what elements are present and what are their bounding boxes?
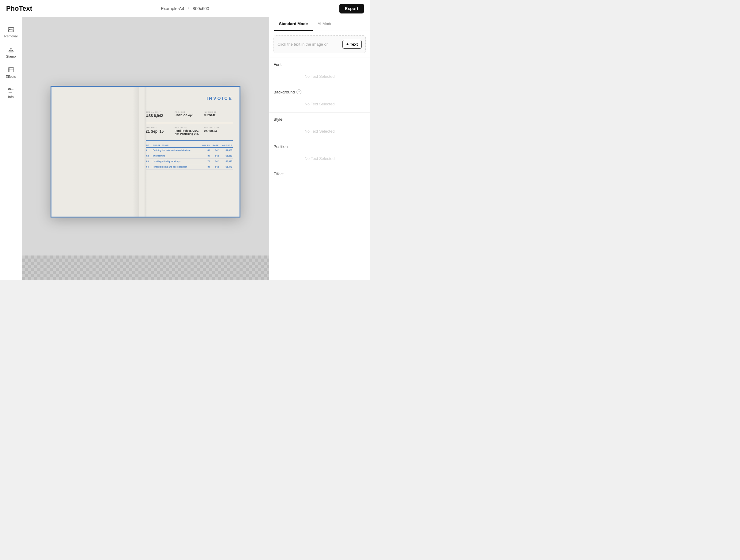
cell-rate: $42 [210,159,219,164]
svg-rect-2 [9,51,13,52]
stamp-icon [8,46,14,53]
style-label: Style [274,117,366,122]
background-empty: No Text Selected [274,97,366,112]
panel-tabs: Standard Mode AI Mode [269,17,370,31]
field-value-5[interactable]: 30 Aug, 15 [204,129,233,132]
field-label-0: DUE AMOUNT [146,111,175,113]
invoice-fields-row2: DUE DATE 21 Sep, 15 BILLED TO Ford Prefe… [146,125,233,136]
page-right: INVOICE DUE AMOUNT US$ 6,942 PROJECT H2G… [139,87,240,216]
cell-amount: $1,260 [219,153,233,159]
cell-no: 02 [146,153,152,159]
plus-icon: + [347,42,349,46]
image-icon [8,26,14,33]
divider-1 [146,123,233,123]
position-empty: No Text Selected [274,152,366,167]
cell-rate: $42 [210,164,219,170]
cell-rate: $42 [210,153,219,159]
field-label-5: BILLING DATE [204,127,233,129]
cell-amount: $2,940 [219,159,233,164]
th-desc: DESCRIPTION [152,143,199,148]
add-text-button[interactable]: + Text [343,40,362,49]
sidebar-label-effects: Effects [6,75,16,78]
effect-label: Effect [274,172,366,176]
cell-desc: Final polishing and asset creation [152,164,199,170]
click-text-area: Click the text in the image or + Text [274,35,366,53]
cell-no: 03 [146,159,152,164]
font-empty: No Text Selected [274,70,366,85]
divider-2 [146,140,233,141]
sidebar-label-stamp: Stamp [6,55,16,58]
cell-hours: 40 [199,148,210,153]
cell-desc: Wireframing [152,153,199,159]
sidebar-item-effects[interactable]: Effects [0,63,22,83]
section-style: Style No Text Selected [269,112,370,140]
sidebar: Removal Stamp Effects [0,17,22,280]
cell-desc: Low+high fidelity mockups [152,159,199,164]
th-no: NO. [146,143,152,148]
logo: PhoText [6,5,32,13]
background-label: Background ? [274,89,366,94]
cell-rate: $42 [210,148,219,153]
sidebar-item-stamp[interactable]: Stamp [0,42,22,63]
font-label: Font [274,62,366,67]
panel-body: Click the text in the image or + Text Fo… [269,31,370,280]
field-label-3: DUE DATE [146,127,175,129]
tab-standard[interactable]: Standard Mode [274,17,313,31]
info-icon [8,87,14,94]
cell-hours: 35 [199,164,210,170]
cell-amount: $1,680 [219,148,233,153]
background-help-icon[interactable]: ? [296,89,301,94]
th-amount: AMOUNT [219,143,233,148]
table-row[interactable]: 04 Final polishing and asset creation 35… [146,164,233,170]
canvas-area[interactable]: INVOICE DUE AMOUNT US$ 6,942 PROJECT H2G… [22,17,269,280]
invoice-table: NO. DESCRIPTION HOURS RATE AMOUNT 01 Def… [146,143,233,170]
sidebar-label-removal: Removal [4,34,17,38]
position-label: Position [274,144,366,149]
section-font: Font No Text Selected [269,58,370,85]
invoice-fields-row1: DUE AMOUNT US$ 6,942 PROJECT H2G2 iOS Ap… [146,110,233,119]
tab-ai[interactable]: AI Mode [313,17,337,31]
table-row[interactable]: 02 Wireframing 30 $42 $1,260 [146,153,233,159]
book: INVOICE DUE AMOUNT US$ 6,942 PROJECT H2G… [51,86,241,217]
field-value-4[interactable]: Ford Prefect, CEO, Not Panicking Ltd. [175,129,204,135]
cell-no: 04 [146,164,152,170]
export-button[interactable]: Export [339,4,364,13]
canvas-checker [22,256,269,280]
svg-rect-4 [9,89,10,90]
sidebar-item-info[interactable]: Info [0,83,22,103]
sidebar-item-removal[interactable]: Removal [0,22,22,42]
book-mockup[interactable]: INVOICE DUE AMOUNT US$ 6,942 PROJECT H2G… [51,86,241,217]
th-hours: HOURS [199,143,210,148]
click-text-message: Click the text in the image or [278,42,339,46]
page-left [52,87,139,216]
right-panel: Standard Mode AI Mode Click the text in … [269,17,370,280]
field-value-2[interactable]: #H2G242 [204,114,233,117]
add-text-label: Text [350,42,358,46]
table-row[interactable]: 01 Defining the information architecture… [146,148,233,153]
cell-desc: Defining the information architecture [152,148,199,153]
separator: / [188,6,189,11]
sidebar-label-info: Info [8,95,13,99]
field-label-1: PROJECT [175,111,204,113]
field-value-1[interactable]: H2G2 iOS App [175,114,204,117]
header-center: Example-A4 / 800x600 [161,6,209,11]
cell-hours: 30 [199,153,210,159]
style-empty: No Text Selected [274,125,366,140]
th-rate: RATE [210,143,219,148]
field-label-2: INVOICE ID [204,111,233,113]
invoice-title: INVOICE [146,96,233,101]
header: PhoText Example-A4 / 800x600 Export [0,0,370,17]
cell-hours: 70 [199,159,210,164]
section-position: Position No Text Selected [269,140,370,167]
effects-icon [8,67,14,74]
image-dimensions: 800x600 [193,6,209,11]
cell-no: 01 [146,148,152,153]
main-layout: Removal Stamp Effects [0,17,370,280]
section-background: Background ? No Text Selected [269,85,370,112]
field-label-4: BILLED TO [175,127,204,129]
table-row[interactable]: 03 Low+high fidelity mockups 70 $42 $2,9… [146,159,233,164]
project-title: Example-A4 [161,6,184,11]
section-effect: Effect [269,167,370,176]
field-value-3[interactable]: 21 Sep, 15 [146,129,175,133]
field-value-0[interactable]: US$ 6,942 [146,114,175,118]
